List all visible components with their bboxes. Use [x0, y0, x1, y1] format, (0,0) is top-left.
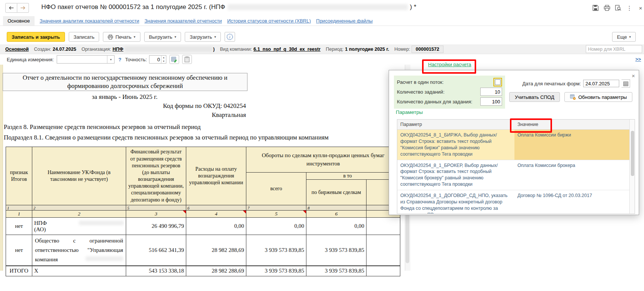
stepper-up-icon[interactable]: ▲	[161, 56, 166, 59]
batch-size-input[interactable]	[480, 97, 502, 106]
save-and-close-button[interactable]: Записать и закрыть	[7, 32, 65, 42]
colnum-cell: 3	[126, 211, 186, 218]
table-row: нет Обществосограниченной ответственност…	[6, 235, 400, 266]
print-button-label: Печать	[115, 34, 131, 40]
dropdown-caret-icon: ▾	[214, 35, 216, 39]
parameters-scrollbar-thumb[interactable]	[631, 131, 634, 176]
value-cell[interactable]: 0,00	[186, 218, 246, 235]
value-cell[interactable]: 0,00	[246, 218, 306, 235]
more-menu-icon[interactable]: ⋮	[626, 4, 633, 12]
value-cell[interactable]: 516 662 341,39	[126, 235, 186, 266]
clipboard-icon	[184, 56, 190, 62]
value-cell[interactable]: 28 982 288,69	[186, 235, 246, 266]
parameters-scrollbar[interactable]	[629, 120, 635, 214]
header-including: в то	[306, 173, 400, 180]
total-label-cell[interactable]: ИТОГО	[6, 266, 32, 276]
refresh-parameters-button[interactable]: Обновить параметры	[564, 92, 632, 102]
flag-cell[interactable]: нет	[6, 235, 32, 266]
window-close-icon[interactable]: ×	[637, 4, 644, 12]
empty-cell[interactable]	[366, 218, 400, 235]
printer-icon	[108, 35, 113, 39]
tab-indicator-values[interactable]: Значения показателей отчетности	[145, 18, 222, 24]
tab-analytics-values[interactable]: Значения аналитик показателей отчетности	[40, 18, 139, 24]
parameter-row[interactable]: ОКУД0420254_8_1_БРОКЕР, Выбор данных/фор…	[397, 160, 635, 190]
fund-name-text: НПФ	[34, 220, 47, 226]
total-value-cell[interactable]: 3 939 573 839,85	[306, 266, 366, 276]
flag-cell[interactable]: нет	[6, 218, 32, 235]
more-button[interactable]: Еще ▾	[612, 32, 636, 42]
code-cell: 5	[126, 205, 186, 211]
value-cell[interactable]: 3 939 573 839,85	[246, 235, 306, 266]
header-fin-result: Финансовый результат от размещения средс…	[126, 147, 186, 205]
parameter-row[interactable]: ОКУД0420254_8_1_ДОГОВОР_СД_НПО, указать …	[397, 190, 635, 214]
total-value-cell[interactable]: 543 153 338,18	[126, 266, 186, 276]
parameter-row[interactable]: ОКУД0420254_8_1_БИРЖА, Выбор данных/форм…	[397, 130, 635, 160]
forward-button[interactable]	[17, 3, 29, 13]
import-button[interactable]: Загрузить ▾	[185, 32, 221, 42]
tab-attached-files[interactable]: Присоединенные файлы	[316, 18, 373, 24]
import-button-label: Загрузить	[190, 34, 212, 40]
export-button[interactable]: Выгрузить ▾	[144, 32, 181, 42]
colnum-text: 3	[155, 211, 157, 217]
redacted-uk-name	[86, 256, 123, 261]
page-title-text: НФО пакет отчетов № 000001572 за 1 полуг…	[41, 3, 225, 11]
tab-bar: Основное Значения аналитик показателей о…	[0, 16, 644, 26]
value-cell[interactable]: 26 490 996,79	[126, 218, 186, 235]
main-view-link[interactable]: Основной	[5, 47, 29, 52]
uk-name-word: Общество	[35, 238, 59, 244]
print-button[interactable]: Печать ▾	[103, 32, 140, 42]
back-button[interactable]	[5, 3, 17, 13]
print-icon[interactable]	[603, 4, 611, 12]
preview-search-icon[interactable]	[614, 4, 622, 12]
organization-label: Организация:	[81, 47, 111, 52]
stepper-down-icon[interactable]: ▼	[161, 59, 166, 63]
calendar-icon[interactable]	[621, 79, 630, 88]
parameters-heading: Параметры	[396, 109, 423, 115]
note-corner-icon	[183, 211, 186, 214]
expand-panel-link[interactable]: >>	[635, 56, 641, 62]
param-column-header[interactable]: Параметр	[397, 122, 514, 127]
fill-table-button[interactable]	[169, 55, 179, 64]
company-kind-label: Вид компании:	[220, 47, 252, 52]
tab-xbrl-status-history[interactable]: История статусов отчетности (XBRL)	[227, 18, 311, 24]
number-label: Номер:	[394, 47, 410, 52]
popup-close-icon[interactable]: ×	[632, 73, 635, 79]
combo-caret-icon[interactable]: ▾	[107, 56, 114, 63]
consider-spod-button[interactable]: Учитывать СПОД	[509, 92, 560, 102]
print-date-input[interactable]	[583, 80, 619, 87]
report-table: признак Итогов Наименование УК/Фонда (в …	[6, 147, 400, 276]
uk-name-cell[interactable]: Обществосограниченной ответственностью"У…	[32, 235, 126, 266]
save-button[interactable]: Записать	[69, 32, 100, 42]
total-value-cell[interactable]: 28 982 288,69	[186, 266, 246, 276]
total-value-cell[interactable]: 3 939 573 839,85	[246, 266, 306, 276]
xbrl-number-input[interactable]	[586, 45, 642, 53]
company-kind-link[interactable]: 6.1_nso_npf_q_30d_ex_reestr	[253, 47, 321, 52]
param-value: Оплата Комиссии брокера	[514, 160, 635, 190]
tab-main[interactable]: Основное	[3, 16, 35, 26]
jobs-count-label: Количество заданий:	[397, 89, 445, 95]
help-icon[interactable]: ?	[118, 57, 121, 62]
empty-cell[interactable]	[366, 266, 400, 276]
title-bar: НФО пакет отчетов № 000001572 за 1 полуг…	[0, 0, 644, 15]
unit-combobox[interactable]: ▾	[57, 55, 115, 64]
value-cell[interactable]: 3 939 573 839,85	[306, 235, 366, 266]
precision-input[interactable]	[149, 56, 161, 63]
calculation-settings-link[interactable]: Настройки расчета	[428, 62, 471, 67]
organization-link[interactable]: НПФ	[113, 47, 124, 52]
header-turnover-group: Обороты по сделкам купли-продажи ценных …	[246, 147, 400, 173]
single-thread-checkbox[interactable]	[493, 78, 502, 86]
value-cell[interactable]: 0,00	[306, 218, 366, 235]
precision-stepper[interactable]: ▲ ▼	[149, 55, 166, 64]
save-icon[interactable]	[592, 4, 599, 12]
fund-name-text2: (АО)	[34, 226, 124, 233]
number-field[interactable]: 000001572	[412, 45, 443, 53]
total-x-cell[interactable]: Х	[32, 266, 126, 276]
jobs-count-input[interactable]	[480, 88, 502, 96]
empty-cell[interactable]	[366, 235, 400, 266]
fund-name-cell[interactable]: НПФ (АО)	[32, 218, 126, 235]
colnum-cell: 1	[6, 211, 32, 218]
more-button-label: Еще	[617, 34, 627, 40]
info-button[interactable]: i	[225, 32, 235, 42]
svg-text:i: i	[229, 35, 231, 39]
paste-button[interactable]	[182, 55, 192, 64]
